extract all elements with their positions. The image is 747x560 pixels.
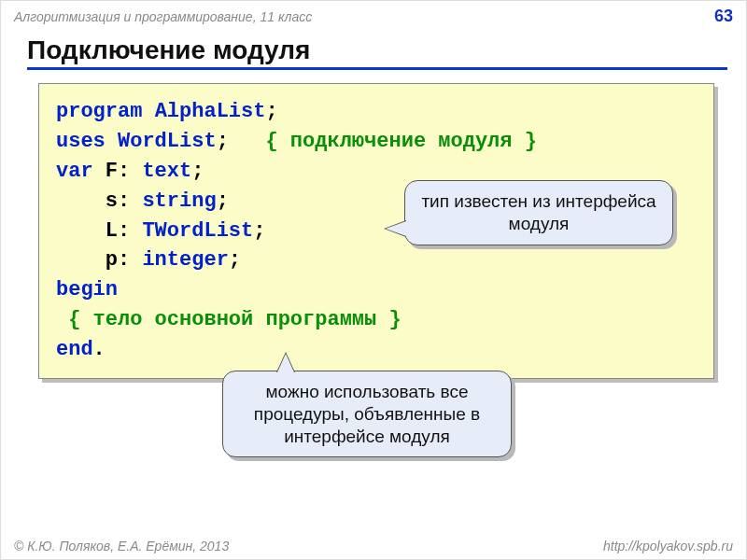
code-line: p: integer;: [56, 245, 697, 275]
slide-header: Алгоритмизация и программирование, 11 кл…: [1, 1, 746, 30]
code-line: uses WordList; { подключение модуля }: [56, 127, 697, 157]
code-line: begin: [56, 275, 697, 305]
callout-tail: [386, 221, 406, 236]
callout-tail: [277, 354, 294, 372]
callout-type-known: тип известен из интерфейса модуля: [404, 180, 673, 245]
page-number: 63: [714, 7, 733, 26]
footer-url: http://kpolyakov.spb.ru: [603, 539, 733, 553]
subject-text: Алгоритмизация и программирование, 11 кл…: [14, 9, 312, 24]
code-line: end.: [56, 335, 697, 365]
slide-title: Подключение модуля: [27, 35, 727, 70]
callout-procedures: можно использовать все процедуры, объявл…: [222, 371, 512, 457]
copyright-text: © К.Ю. Поляков, Е.А. Ерёмин, 2013: [14, 539, 229, 553]
code-line: { тело основной программы }: [56, 305, 697, 335]
code-line: program AlphaList;: [56, 97, 697, 127]
slide-footer: © К.Ю. Поляков, Е.А. Ерёмин, 2013 http:/…: [14, 539, 733, 553]
